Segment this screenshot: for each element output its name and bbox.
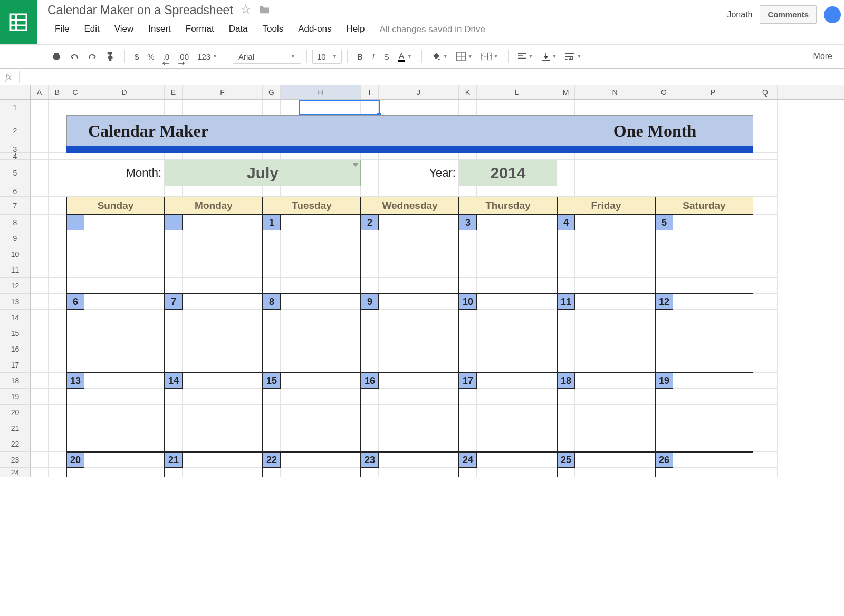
column-header-K[interactable]: K [459,85,477,99]
column-header-I[interactable]: I [361,85,379,99]
cell-Q9[interactable] [753,230,778,246]
row-header-8[interactable]: 8 [0,215,31,230]
cell-A14[interactable] [31,310,49,325]
cell-B15[interactable] [49,325,66,341]
cell-P5[interactable] [673,160,753,186]
column-header-C[interactable]: C [66,85,84,99]
cell-B23[interactable] [49,452,66,468]
cell-G6[interactable] [263,186,281,197]
column-header-B[interactable]: B [49,85,66,99]
number-format-dropdown[interactable]: 123▼ [193,49,222,64]
cell-A15[interactable] [31,325,49,341]
row-header-10[interactable]: 10 [0,246,31,262]
row-header-18[interactable]: 18 [0,373,31,389]
row-header-13[interactable]: 13 [0,294,31,310]
menu-edit[interactable]: Edit [76,22,107,37]
cell-K6[interactable] [459,186,477,197]
month-dropdown[interactable]: July [165,160,361,186]
menu-format[interactable]: Format [178,22,222,37]
cell-B7[interactable] [49,197,66,215]
row-header-6[interactable]: 6 [0,186,31,197]
cell-B12[interactable] [49,278,66,294]
column-header-L[interactable]: L [477,85,557,99]
cell-B24[interactable] [49,468,66,477]
cell-K1[interactable] [459,100,477,116]
cell-M1[interactable] [557,100,575,116]
row-header-5[interactable]: 5 [0,160,31,186]
cell-B8[interactable] [49,215,66,230]
cell-Q22[interactable] [753,436,778,452]
cell-Q19[interactable] [753,389,778,405]
cell-B21[interactable] [49,420,66,436]
document-title[interactable]: Calendar Maker on a Spreadsheet [47,3,233,17]
menu-view[interactable]: View [107,22,141,37]
undo-icon[interactable] [65,50,83,63]
cell-A21[interactable] [31,420,49,436]
cell-E1[interactable] [165,100,183,116]
row-header-4[interactable]: 4 [0,153,31,160]
cell-B2[interactable] [49,116,66,146]
cell-Q15[interactable] [753,325,778,341]
cell-B17[interactable] [49,357,66,373]
cell-A4[interactable] [31,153,49,160]
cell-A11[interactable] [31,262,49,278]
row-header-9[interactable]: 9 [0,230,31,246]
percent-button[interactable]: % [143,49,158,64]
cell-Q13[interactable] [753,294,778,310]
cell-H1[interactable] [281,100,361,116]
cell-Q1[interactable] [753,100,778,116]
row-header-19[interactable]: 19 [0,389,31,405]
month-dropdown-caret-icon[interactable] [352,163,359,167]
cell-I4[interactable] [361,153,379,160]
menu-addons[interactable]: Add-ons [291,22,339,37]
cell-Q16[interactable] [753,341,778,357]
cell-B13[interactable] [49,294,66,310]
cell-J4[interactable] [379,153,459,160]
row-header-14[interactable]: 14 [0,310,31,325]
cell-Q20[interactable] [753,405,778,420]
cell-E4[interactable] [165,153,183,160]
bold-button[interactable]: B [353,49,367,64]
row-header-12[interactable]: 12 [0,278,31,294]
cell-A13[interactable] [31,294,49,310]
cell-B18[interactable] [49,373,66,389]
cell-Q10[interactable] [753,246,778,262]
cell-K4[interactable] [459,153,477,160]
italic-button[interactable]: I [367,49,380,64]
cell-Q12[interactable] [753,278,778,294]
cell-A2[interactable] [31,116,49,146]
cell-B9[interactable] [49,230,66,246]
cell-A23[interactable] [31,452,49,468]
row-header-23[interactable]: 23 [0,452,31,468]
cell-J6[interactable] [379,186,459,197]
increase-decimal-button[interactable]: .00 [174,49,193,64]
merge-cells-dropdown[interactable]: ▼ [477,49,503,64]
cell-I1[interactable] [361,100,379,116]
row-header-11[interactable]: 11 [0,262,31,278]
cell-B16[interactable] [49,341,66,357]
cell-J1[interactable] [379,100,459,116]
row-header-7[interactable]: 7 [0,197,31,215]
column-header-G[interactable]: G [263,85,281,99]
cell-O6[interactable] [655,186,673,197]
column-header-D[interactable]: D [84,85,165,99]
select-all-corner[interactable] [0,85,31,99]
formula-bar[interactable]: fx [0,69,844,85]
cell-P1[interactable] [673,100,753,116]
cell-Q5[interactable] [753,160,778,186]
cell-H4[interactable] [281,153,361,160]
menu-data[interactable]: Data [222,22,255,37]
cell-M6[interactable] [557,186,575,197]
cell-P4[interactable] [673,153,753,160]
font-family-dropdown[interactable]: Arial▼ [233,50,301,64]
column-header-F[interactable]: F [183,85,263,99]
cell-B19[interactable] [49,389,66,405]
vertical-align-dropdown[interactable]: ▼ [538,49,561,64]
cell-C4[interactable] [66,153,84,160]
cell-Q14[interactable] [753,310,778,325]
cell-N4[interactable] [575,153,655,160]
row-header-1[interactable]: 1 [0,100,31,116]
row-header-22[interactable]: 22 [0,436,31,452]
currency-button[interactable]: $ [130,49,143,64]
menu-help[interactable]: Help [339,22,372,37]
